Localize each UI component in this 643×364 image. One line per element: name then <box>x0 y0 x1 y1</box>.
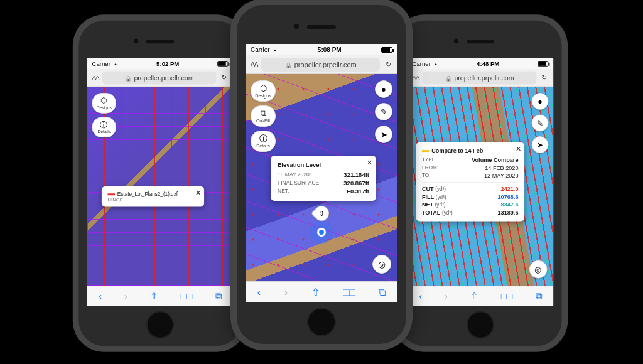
pin-button[interactable]: ● <box>375 80 392 98</box>
back-button[interactable]: ‹ <box>419 291 422 301</box>
location-beacon <box>310 221 333 244</box>
share-button[interactable]: ⇧ <box>150 291 158 302</box>
lock-icon <box>445 74 452 82</box>
reload-button[interactable] <box>220 73 228 81</box>
ios-status-bar: Carrier 5:02 PM <box>87 58 233 68</box>
phone-right: Carrier 4:48 PM AA propeller.prpellr.com… <box>399 21 561 346</box>
edit-button[interactable]: ✎ <box>532 115 549 132</box>
bookmarks-button[interactable]: □□ <box>181 291 193 301</box>
home-button[interactable] <box>307 308 336 336</box>
close-icon[interactable]: ✕ <box>516 146 521 153</box>
back-button[interactable]: ‹ <box>257 287 261 298</box>
wifi-icon <box>273 46 278 53</box>
bookmarks-button[interactable]: □□ <box>343 287 355 298</box>
map-view[interactable]: ⬡Designs ⓘDetails ✕ Estate_Lot_Plans2_(1… <box>87 87 233 286</box>
chip-label: Details <box>256 144 269 148</box>
cutfill-chip[interactable]: ⧉Cut/Fill <box>251 105 276 127</box>
bookmarks-button[interactable]: □□ <box>501 291 513 301</box>
locate-button[interactable] <box>529 260 548 279</box>
card-title: Elevation Level <box>278 161 369 168</box>
locate-button[interactable] <box>372 255 391 274</box>
pin-button[interactable]: ● <box>532 93 549 110</box>
file-kind: HINGE <box>107 197 198 203</box>
safari-toolbar: ‹ › ⇧ □□ ⧉ <box>87 286 233 306</box>
close-icon[interactable]: ✕ <box>195 190 201 197</box>
home-button[interactable] <box>146 311 174 339</box>
wifi-icon <box>433 60 439 67</box>
url-field[interactable]: propeller.prpellr.com <box>102 71 216 84</box>
designs-chip[interactable]: ⬡Designs <box>92 93 116 114</box>
text-size-button[interactable]: AA <box>251 61 257 68</box>
share-button[interactable]: ⇧ <box>470 291 478 302</box>
text-size-button[interactable]: AA <box>413 74 419 81</box>
battery-icon <box>538 61 548 67</box>
designs-chip[interactable]: ⬡Designs <box>251 80 276 102</box>
home-button[interactable] <box>467 311 494 339</box>
safari-toolbar: ‹ › ⇧ □□ ⧉ <box>246 281 397 302</box>
info-icon: ⓘ <box>100 120 107 128</box>
chip-label: Designs <box>97 105 112 110</box>
card-title: Compare to 14 Feb <box>431 147 483 154</box>
lock-icon <box>125 74 132 82</box>
chip-label: Designs <box>255 94 271 98</box>
share-button[interactable]: ⇧ <box>311 286 320 298</box>
text-size-button[interactable]: AA <box>92 74 99 81</box>
clock-label: 5:02 PM <box>156 60 179 67</box>
clock-label: 5:08 PM <box>318 46 342 53</box>
details-chip[interactable]: ⓘDetails <box>251 131 276 152</box>
send-button[interactable]: ➤ <box>375 126 392 143</box>
reload-button[interactable] <box>384 60 392 68</box>
send-button[interactable]: ➤ <box>532 136 549 153</box>
cube-icon: ⬡ <box>100 97 107 104</box>
design-file-card: ✕ Estate_Lot_Plans2_(1).dxf HINGE <box>102 186 204 207</box>
details-chip[interactable]: ⓘDetails <box>92 117 116 137</box>
back-button[interactable]: ‹ <box>99 291 102 301</box>
map-view[interactable]: ⬡Designs ⧉Cut/Fill ⓘDetails ● ✎ ➤ ✕ Elev… <box>246 74 397 281</box>
forward-button[interactable]: › <box>284 287 288 298</box>
url-field[interactable]: propeller.prpellr.com <box>261 58 380 72</box>
battery-icon <box>217 61 228 67</box>
tabs-button[interactable]: ⧉ <box>215 291 222 301</box>
file-name: Estate_Lot_Plans2_(1).dxf <box>117 191 178 197</box>
chip-label: Details <box>97 130 111 134</box>
forward-button[interactable]: › <box>445 291 448 301</box>
safari-url-bar: AA propeller.prpellr.com <box>246 55 397 74</box>
close-icon[interactable]: ✕ <box>367 159 372 167</box>
ios-status-bar: Carrier 5:08 PM <box>246 44 397 55</box>
phone-center: Carrier 5:08 PM AA propeller.prpellr.com… <box>237 5 406 344</box>
carrier-label: Carrier <box>251 46 270 53</box>
safari-url-bar: AA propeller.prpellr.com <box>87 69 233 87</box>
phone-left: Carrier 5:02 PM AA propeller.prpellr.com… <box>78 21 241 346</box>
url-text: propeller.prpellr.com <box>454 74 514 82</box>
battery-icon <box>381 47 392 53</box>
chip-label: Cut/Fill <box>256 119 270 123</box>
cutfill-icon: ⧉ <box>261 109 266 117</box>
url-text: propeller.prpellr.com <box>134 74 193 82</box>
safari-url-bar: AA propeller.prpellr.com <box>408 69 553 87</box>
edit-button[interactable]: ✎ <box>375 103 392 120</box>
clock-label: 4:48 PM <box>477 60 499 67</box>
reload-button[interactable] <box>540 73 548 81</box>
map-view[interactable]: ● ✎ ➤ ✕ Compare to 14 Feb TYPE:Volume Co… <box>408 87 553 286</box>
lock-icon <box>285 61 292 68</box>
carrier-label: Carrier <box>413 60 431 67</box>
cube-icon: ⬡ <box>260 84 267 92</box>
forward-button[interactable]: › <box>124 291 127 301</box>
compare-card: ✕ Compare to 14 Feb TYPE:Volume Compare … <box>416 142 524 222</box>
wifi-icon <box>113 60 119 67</box>
info-icon: ⓘ <box>259 134 267 142</box>
safari-toolbar: ‹ › ⇧ □□ ⧉ <box>408 286 553 306</box>
carrier-label: Carrier <box>92 60 111 67</box>
tabs-button[interactable]: ⧉ <box>379 287 386 298</box>
ios-status-bar: Carrier 4:48 PM <box>408 58 553 68</box>
url-field[interactable]: propeller.prpellr.com <box>423 71 536 84</box>
elevation-card: ✕ Elevation Level 16 MAY 2020:321.184ft … <box>271 156 376 201</box>
level-icon: ⇕ <box>319 210 325 218</box>
tabs-button[interactable]: ⧉ <box>536 291 543 301</box>
url-text: propeller.prpellr.com <box>294 61 357 68</box>
